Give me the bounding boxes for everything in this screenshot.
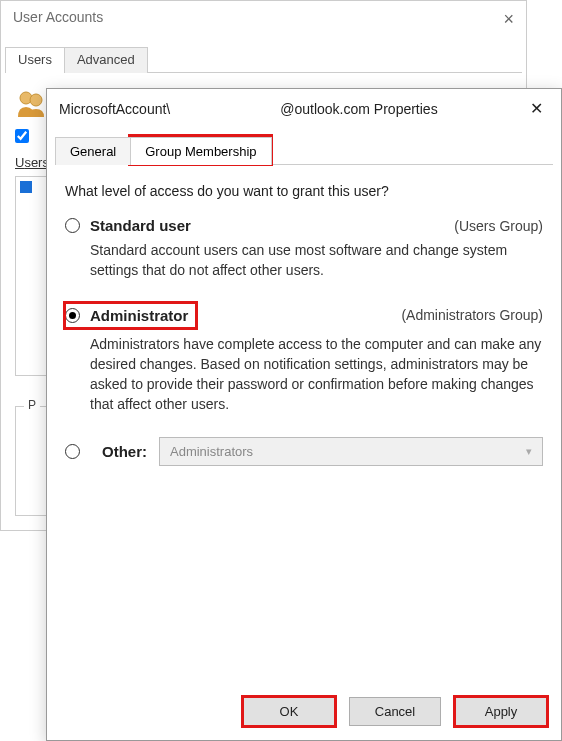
cancel-button[interactable]: Cancel [349,697,441,726]
checkbox-icon[interactable] [15,129,29,143]
svg-point-1 [30,94,42,106]
radio-icon[interactable] [65,444,80,459]
access-question: What level of access do you want to gran… [65,183,543,199]
password-label: P [24,398,40,412]
apply-button-highlight: Apply [455,697,547,726]
dialog-button-row: OK Cancel Apply [47,683,561,740]
radio-standard-label: Standard user [90,217,191,234]
tab-group-membership[interactable]: Group Membership [130,137,271,165]
radio-standard-group: (Users Group) [454,218,543,234]
user-accounts-titlebar: User Accounts × [1,1,526,38]
radio-admin-highlight: Administrator [65,303,196,328]
title-suffix: @outlook.com Properties [280,101,437,117]
ok-button[interactable]: OK [243,697,335,726]
ok-button-highlight: OK [243,697,335,726]
apply-button[interactable]: Apply [455,697,547,726]
radio-admin-label: Administrator [90,307,188,324]
radio-icon[interactable] [65,218,80,233]
close-icon[interactable]: × [503,9,514,30]
user-accounts-tabs: Users Advanced [5,46,522,73]
properties-content: What level of access do you want to gran… [47,165,561,683]
radio-standard-row[interactable]: Standard user (Users Group) [65,217,543,234]
other-group-combobox[interactable]: Administrators ▾ [159,437,543,466]
title-account-prefix: MicrosoftAccount\ [59,101,170,117]
svg-rect-2 [20,181,32,193]
tab-users[interactable]: Users [5,47,65,73]
properties-titlebar: MicrosoftAccount\ @outlook.com Propertie… [47,89,561,128]
properties-dialog: MicrosoftAccount\ @outlook.com Propertie… [46,88,562,741]
radio-admin-group: (Administrators Group) [401,307,543,323]
users-icon [15,87,47,119]
radio-other-label: Other: [102,443,147,460]
tab-general[interactable]: General [55,137,131,165]
properties-tabs: General Group Membership [55,136,553,165]
radio-standard-desc: Standard account users can use most soft… [90,240,543,281]
combo-selected: Administrators [170,444,253,459]
user-accounts-title: User Accounts [13,9,103,30]
radio-admin-desc: Administrators have complete access to t… [90,334,543,415]
radio-icon[interactable] [65,308,80,323]
tab-advanced[interactable]: Advanced [64,47,148,73]
radio-other-row[interactable]: Other: Administrators ▾ [65,437,543,466]
radio-admin-row[interactable]: Administrator (Administrators Group) [65,303,543,328]
close-icon[interactable]: ✕ [524,99,549,118]
tab-group-membership-highlight: Group Membership [130,136,270,164]
chevron-down-icon: ▾ [526,445,532,458]
